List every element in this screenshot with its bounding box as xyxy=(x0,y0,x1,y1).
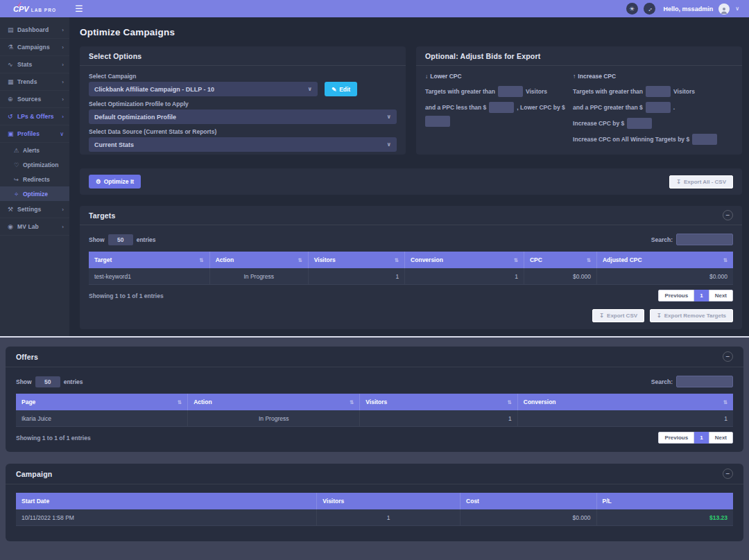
optimize-it-button[interactable]: ⚙ Optimize It xyxy=(89,175,141,189)
data-source-select[interactable]: Current Stats ∨ xyxy=(89,137,397,152)
chevron-right-icon: › xyxy=(62,96,64,103)
logo: CPV ✓ LAB PRO xyxy=(0,5,69,13)
sort-icon: ⇅ xyxy=(350,399,354,405)
logo-subtext: LAB PRO xyxy=(31,8,56,12)
sort-icon: ⇅ xyxy=(395,257,399,263)
sidebar-item-sources[interactable]: ⊕ Sources › xyxy=(0,91,69,108)
profit-value: $13.23 xyxy=(597,509,733,525)
app-root: CPV ✓ LAB PRO ☰ ☀ ↔ Hello, mssadmin ∨ ▤ … xyxy=(0,0,749,541)
column-header-target[interactable]: Target⇅ xyxy=(89,252,210,268)
collapse-offers-button[interactable]: − xyxy=(723,351,733,362)
sort-icon: ⇅ xyxy=(199,257,203,263)
table-row[interactable]: test-keyword1 In Progress 1 1 $0.000 $0.… xyxy=(89,268,733,285)
datasource-label: Select Data Source (Current Stats or Rep… xyxy=(89,128,397,135)
column-header-conversion[interactable]: Conversion⇅ xyxy=(405,252,524,268)
sidebar-item-lps-offers[interactable]: ↺ LPs & Offers › xyxy=(0,108,69,125)
sidebar-item-profiles[interactable]: ▣ Profiles ∨ xyxy=(0,125,69,143)
current-page-button[interactable]: 1 xyxy=(694,290,708,301)
collapse-targets-button[interactable]: − xyxy=(723,210,733,220)
fullscreen-button[interactable]: ↔ xyxy=(644,3,655,15)
sidebar: ▤ Dashboard › ⚗ Campaigns › ∿ Stats › ▦ … xyxy=(0,17,69,336)
page-size-select[interactable]: 50 xyxy=(108,234,133,245)
chevron-right-icon: › xyxy=(62,207,64,213)
column-header-visitors[interactable]: Visitors⇅ xyxy=(309,252,405,268)
sidebar-item-settings[interactable]: ⚒ Settings › xyxy=(0,201,69,218)
chevron-down-icon: ∨ xyxy=(60,131,64,137)
column-header-page[interactable]: Page⇅ xyxy=(16,394,188,410)
offers-search-input[interactable] xyxy=(676,376,733,387)
sidebar-item-redirects[interactable]: ↪ Redirects xyxy=(0,172,69,186)
sidebar-item-optimization[interactable]: ♡ Optimization xyxy=(0,157,69,172)
column-header-pl[interactable]: P/L xyxy=(597,493,733,509)
sort-icon: ⇅ xyxy=(298,257,302,263)
optimization-profile-select[interactable]: Default Optimization Profile ∨ xyxy=(89,110,397,124)
targets-search-input[interactable] xyxy=(676,234,733,245)
previous-page-button[interactable]: Previous xyxy=(658,290,694,301)
adjust-bids-title: Optional: Adjust Bids for Export xyxy=(425,52,540,60)
column-header-cost[interactable]: Cost xyxy=(460,493,596,509)
lower-ppc-input[interactable] xyxy=(489,102,514,113)
bulb-icon: ✧ xyxy=(14,191,23,198)
search-control: Search: xyxy=(651,234,733,245)
chevron-down-icon: ∨ xyxy=(308,86,313,92)
lower-cpc-by-input[interactable] xyxy=(425,116,450,127)
topbar: CPV ✓ LAB PRO ☰ ☀ ↔ Hello, mssadmin ∨ xyxy=(0,0,749,17)
adjust-bids-card: Optional: Adjust Bids for Export ↓ Lower… xyxy=(416,46,742,155)
targets-table: Target⇅ Action⇅ Visitors⇅ Conversion⇅ CP… xyxy=(89,252,733,285)
collapse-campaign-button[interactable]: − xyxy=(723,469,733,479)
chevron-right-icon: › xyxy=(62,79,64,85)
column-header-adjusted-cpc[interactable]: Adjusted CPC⇅ xyxy=(597,252,733,268)
targets-title: Targets xyxy=(89,211,116,220)
sidebar-item-trends[interactable]: ▦ Trends › xyxy=(0,73,69,91)
export-remove-targets-button[interactable]: ↧ Export Remove Targets xyxy=(650,309,733,322)
person-icon xyxy=(720,6,728,15)
sun-icon: ☀ xyxy=(629,6,635,12)
download-icon: ↧ xyxy=(676,179,681,185)
export-all-csv-button[interactable]: ↧ Export All - CSV xyxy=(669,175,733,189)
current-page-button[interactable]: 1 xyxy=(694,432,708,444)
user-menu-chevron-icon[interactable]: ∨ xyxy=(735,6,739,12)
column-header-visitors[interactable]: Visitors xyxy=(317,493,460,509)
sidebar-item-mv-lab[interactable]: ◉ MV Lab › xyxy=(0,218,69,236)
table-row[interactable]: Ikaria Juice In Progress 1 1 xyxy=(16,410,733,427)
column-header-action[interactable]: Action⇅ xyxy=(188,394,360,410)
sidebar-item-dashboard[interactable]: ▤ Dashboard › xyxy=(0,21,69,39)
targets-card: Targets − Show 50 entries Search: xyxy=(80,206,742,329)
increase-winning-targets-input[interactable] xyxy=(692,134,717,145)
sidebar-item-alerts[interactable]: ⚠ Alerts xyxy=(0,143,69,157)
campaign-select[interactable]: Clickbank Affiliate Campaign - DLLP - 10… xyxy=(89,82,318,96)
logo-check-icon: ✓ xyxy=(16,0,23,8)
chart-line-icon: ∿ xyxy=(8,61,17,68)
next-page-button[interactable]: Next xyxy=(709,290,733,301)
sidebar-item-campaigns[interactable]: ⚗ Campaigns › xyxy=(0,39,69,56)
avatar[interactable] xyxy=(718,3,730,15)
increase-cpc-by-input[interactable] xyxy=(627,118,652,129)
dashboard-icon: ▤ xyxy=(8,26,17,33)
column-header-conversion[interactable]: Conversion⇅ xyxy=(518,394,733,410)
increase-visitors-input[interactable] xyxy=(646,86,671,97)
lower-visitors-input[interactable] xyxy=(498,86,523,97)
column-header-action[interactable]: Action⇅ xyxy=(210,252,309,268)
column-header-start-date[interactable]: Start Date xyxy=(16,493,317,509)
increase-cpc-column: ↑ Increase CPC Targets with greater than… xyxy=(573,73,733,150)
menu-toggle-icon[interactable]: ☰ xyxy=(75,4,83,13)
flask-icon: ⚗ xyxy=(8,44,17,51)
previous-page-button[interactable]: Previous xyxy=(658,432,694,444)
campaign-label: Select Campaign xyxy=(89,73,397,80)
column-header-visitors[interactable]: Visitors⇅ xyxy=(360,394,517,410)
increase-ppc-input[interactable] xyxy=(646,102,671,113)
campaign-title: Campaign xyxy=(16,470,52,478)
theme-toggle-button[interactable]: ☀ xyxy=(626,3,638,15)
table-row[interactable]: 10/11/2022 1:58 PM 1 $0.000 $13.23 xyxy=(16,509,733,526)
sidebar-item-stats[interactable]: ∿ Stats › xyxy=(0,56,69,73)
column-header-cpc[interactable]: CPC⇅ xyxy=(524,252,597,268)
mv-lab-icon: ◉ xyxy=(8,223,17,230)
profile-label: Select Optimization Profile to Apply xyxy=(89,100,397,107)
showing-entries-text: Showing 1 to 1 of 1 entries xyxy=(89,292,164,299)
next-page-button[interactable]: Next xyxy=(709,432,733,444)
wrench-icon: ⚒ xyxy=(8,206,17,213)
page-size-select[interactable]: 50 xyxy=(35,376,60,387)
edit-campaign-button[interactable]: ✎ Edit xyxy=(325,82,357,96)
export-csv-button[interactable]: ↧ Export CSV xyxy=(592,309,644,322)
sidebar-item-optimize[interactable]: ✧ Optimize xyxy=(0,186,69,201)
